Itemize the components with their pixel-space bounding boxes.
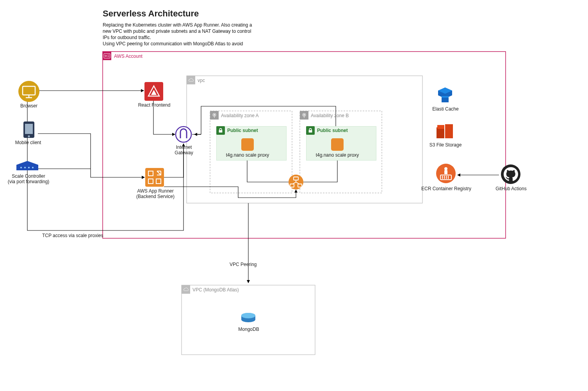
svg-rect-39 — [445, 124, 453, 138]
edge-browser-igw-long — [27, 102, 184, 230]
mongodb-icon — [241, 312, 256, 324]
s3-label: S3 File Storage — [427, 142, 464, 148]
svg-point-13 — [18, 81, 39, 102]
proxy-a-icon — [241, 138, 254, 151]
svg-point-42 — [444, 167, 447, 170]
react-frontend-label: React Frontend — [136, 102, 173, 108]
proxy-b-icon — [331, 138, 344, 151]
svg-point-21 — [24, 167, 26, 168]
mobile-label: Mobile client — [12, 140, 44, 145]
app-runner-icon — [145, 168, 164, 187]
internet-gateway-icon — [175, 126, 192, 143]
internet-gateway-label: Internet Gateway — [167, 145, 201, 155]
scale-controller-label: Scale Controller (via port forwarding) — [3, 173, 54, 184]
svg-point-19 — [28, 136, 30, 137]
mobile-icon — [20, 121, 37, 138]
elasticache-icon — [436, 86, 454, 105]
svg-rect-31 — [331, 138, 344, 151]
svg-rect-18 — [25, 124, 33, 134]
browser-label: Browser — [15, 103, 43, 109]
scale-controller-icon — [16, 161, 38, 172]
public-subnet-b-label: Public subnet — [317, 128, 348, 133]
svg-rect-40 — [437, 125, 444, 129]
svg-point-8 — [214, 114, 215, 116]
svg-rect-38 — [437, 127, 444, 138]
proxy-a-label: t4g.nano scale proxy — [223, 152, 273, 158]
public-subnet-a-label: Public subnet — [227, 128, 258, 133]
app-runner-label: AWS App Runner (Backend Service) — [133, 188, 178, 199]
tcp-access-label: TCP access via scale proxies — [42, 233, 120, 238]
ecr-label: ECR Container Registry — [419, 186, 474, 191]
svg-rect-5 — [187, 76, 195, 84]
vpc-peering-label: VPC Peering — [230, 262, 269, 267]
s3-icon — [436, 122, 454, 141]
mongodb-label: MongoDB — [234, 327, 263, 332]
aws-account-label: AWS Account — [114, 54, 143, 59]
svg-point-11 — [304, 114, 305, 116]
github-icon — [501, 164, 521, 184]
diagram-svg — [0, 0, 588, 391]
edge-apprunner-lb — [164, 187, 296, 198]
browser-icon — [18, 80, 40, 102]
react-frontend-icon — [144, 82, 163, 101]
az-b-label: Availability zone B — [311, 113, 349, 118]
svg-point-51 — [241, 313, 255, 318]
svg-rect-30 — [241, 138, 254, 151]
load-balancer-icon — [288, 174, 304, 190]
mongo-vpc-label: VPC (MongoDB Atlas) — [192, 287, 239, 293]
elasticache-label: Elasti Cache — [429, 106, 461, 112]
svg-rect-37 — [442, 96, 449, 98]
az-a-label: Availability zone A — [221, 113, 259, 118]
github-label: GitHub Actions — [493, 186, 529, 191]
edge-mobile-apprunner — [38, 134, 144, 177]
proxy-b-label: t4g.nano scale proxy — [312, 152, 362, 158]
ecr-icon — [436, 163, 456, 184]
lock-icon — [306, 126, 315, 135]
svg-point-22 — [28, 167, 30, 168]
lock-icon — [216, 126, 225, 135]
svg-rect-12 — [182, 285, 190, 294]
svg-point-20 — [20, 167, 22, 168]
svg-rect-43 — [444, 170, 447, 174]
vpc-label: vpc — [198, 78, 205, 83]
svg-point-23 — [32, 167, 34, 168]
